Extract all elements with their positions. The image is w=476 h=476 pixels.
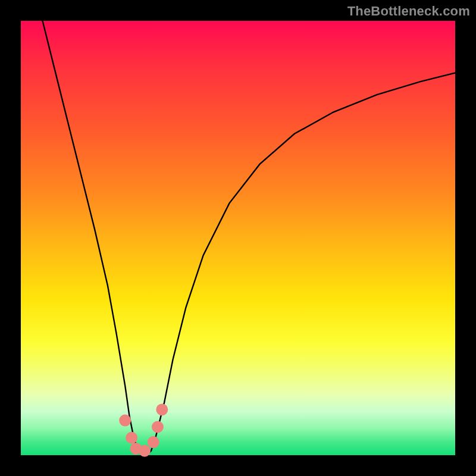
curve-marker <box>119 415 131 427</box>
curve-marker <box>152 421 164 433</box>
chart-frame: TheBottleneck.com <box>0 0 476 476</box>
plot-area <box>21 21 455 455</box>
bottleneck-curve <box>43 21 456 455</box>
curve-layer <box>21 21 455 455</box>
watermark-text: TheBottleneck.com <box>347 4 470 19</box>
curve-marker <box>148 436 159 448</box>
curve-marker <box>156 403 168 415</box>
marker-group <box>119 403 168 456</box>
curve-marker <box>139 445 151 457</box>
curve-marker <box>126 432 137 444</box>
